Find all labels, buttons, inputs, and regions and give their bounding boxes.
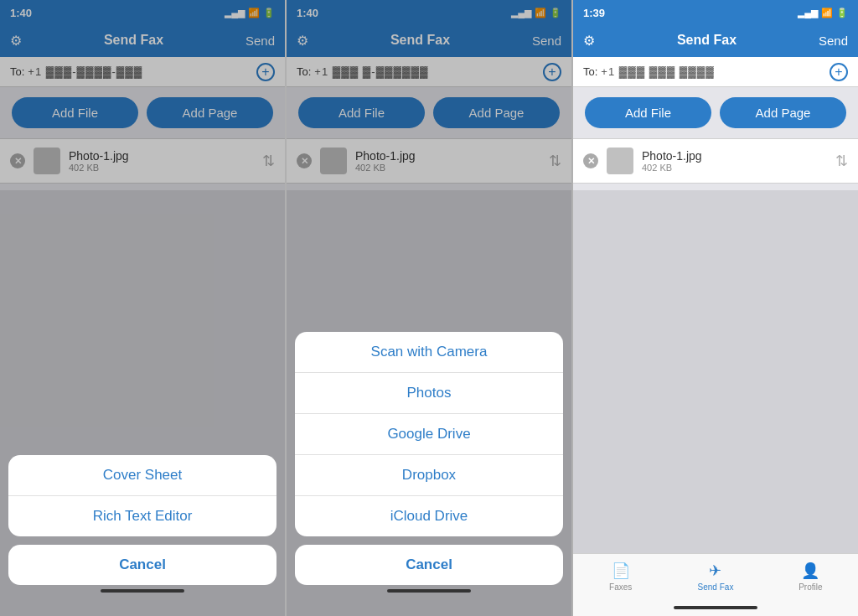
home-bar-1 bbox=[101, 589, 184, 593]
home-bar-2 bbox=[387, 589, 471, 593]
status-bar-3: 1:39 ▂▄▆ 📶 🔋 bbox=[573, 0, 858, 23]
to-number-3: +1 ▓▓▓ ▓▓▓ ▓▓▓▓ bbox=[601, 65, 830, 78]
photos-button[interactable]: Photos bbox=[295, 373, 563, 414]
rich-text-editor-button[interactable]: Rich Text Editor bbox=[8, 496, 277, 536]
nav-bar-3: ⚙ Send Fax Send bbox=[573, 23, 858, 57]
add-page-button-3[interactable]: Add Page bbox=[720, 97, 846, 128]
file-name-3: Photo-1.jpg bbox=[642, 149, 827, 163]
profile-icon: 👤 bbox=[801, 562, 819, 580]
home-indicator-2 bbox=[295, 585, 563, 599]
to-field-3: To: +1 ▓▓▓ ▓▓▓ ▓▓▓▓ + bbox=[573, 57, 858, 87]
faxes-icon: 📄 bbox=[612, 562, 630, 580]
tab-profile[interactable]: 👤 Profile bbox=[763, 559, 858, 593]
add-recipient-button-3[interactable]: + bbox=[830, 63, 848, 81]
dropbox-button[interactable]: Dropbox bbox=[295, 455, 563, 496]
remove-file-button-3[interactable]: ✕ bbox=[583, 153, 598, 168]
wifi-icon-3: 📶 bbox=[821, 8, 833, 18]
tab-faxes-label: Faxes bbox=[609, 582, 632, 592]
cancel-button-1[interactable]: Cancel bbox=[8, 545, 277, 585]
phone-panel-3: 1:39 ▂▄▆ 📶 🔋 ⚙ Send Fax Send To: +1 ▓▓▓ … bbox=[573, 0, 858, 616]
to-label-3: To: bbox=[583, 65, 597, 78]
gear-icon-3[interactable]: ⚙ bbox=[583, 33, 595, 49]
status-time-3: 1:39 bbox=[583, 7, 605, 19]
file-size-3: 402 KB bbox=[642, 163, 827, 173]
action-sheet-group-1: Cover Sheet Rich Text Editor bbox=[8, 455, 277, 536]
battery-icon-3: 🔋 bbox=[836, 8, 848, 18]
cover-sheet-button[interactable]: Cover Sheet bbox=[8, 455, 277, 496]
cancel-button-2[interactable]: Cancel bbox=[295, 545, 563, 585]
file-item-3: ✕ Photo-1.jpg 402 KB ⇅ bbox=[573, 139, 858, 183]
home-indicator-1 bbox=[8, 585, 277, 599]
nav-title-3: Send Fax bbox=[677, 33, 737, 48]
tab-faxes[interactable]: 📄 Faxes bbox=[573, 559, 668, 593]
action-sheet-group-2: Scan with Camera Photos Google Drive Dro… bbox=[295, 332, 563, 536]
home-bar-3 bbox=[674, 606, 757, 609]
scan-with-camera-button[interactable]: Scan with Camera bbox=[295, 332, 563, 373]
google-drive-button[interactable]: Google Drive bbox=[295, 414, 563, 455]
send-button-3[interactable]: Send bbox=[819, 34, 848, 48]
main-content-3 bbox=[573, 190, 858, 553]
signal-icon-3: ▂▄▆ bbox=[798, 8, 818, 18]
phone-panel-1: 1:40 ▂▄▆ 📶 🔋 ⚙ Send Fax Send To: +1 ▓▓▓-… bbox=[0, 0, 287, 616]
send-fax-icon: ✈ bbox=[709, 562, 721, 580]
home-indicator-3 bbox=[573, 602, 858, 616]
tab-profile-label: Profile bbox=[799, 582, 822, 592]
action-buttons-3: Add File Add Page bbox=[573, 87, 858, 138]
tab-send-fax-label: Send Fax bbox=[698, 582, 734, 592]
file-info-3: Photo-1.jpg 402 KB bbox=[642, 149, 827, 173]
action-sheet-2: Scan with Camera Photos Google Drive Dro… bbox=[287, 332, 571, 616]
file-list-3: ✕ Photo-1.jpg 402 KB ⇅ bbox=[573, 138, 858, 184]
icloud-drive-button[interactable]: iCloud Drive bbox=[295, 496, 563, 536]
phone-panel-2: 1:40 ▂▄▆ 📶 🔋 ⚙ Send Fax Send To: +1 ▓▓▓ … bbox=[287, 0, 573, 616]
action-sheet-1: Cover Sheet Rich Text Editor Cancel bbox=[0, 455, 285, 616]
add-file-button-3[interactable]: Add File bbox=[585, 97, 711, 128]
file-thumbnail-3 bbox=[607, 148, 633, 174]
tab-send-fax[interactable]: ✈ Send Fax bbox=[668, 559, 762, 593]
status-icons-3: ▂▄▆ 📶 🔋 bbox=[798, 8, 848, 18]
reorder-handle-3[interactable]: ⇅ bbox=[835, 152, 848, 170]
tab-bar-3: 📄 Faxes ✈ Send Fax 👤 Profile bbox=[573, 553, 858, 602]
